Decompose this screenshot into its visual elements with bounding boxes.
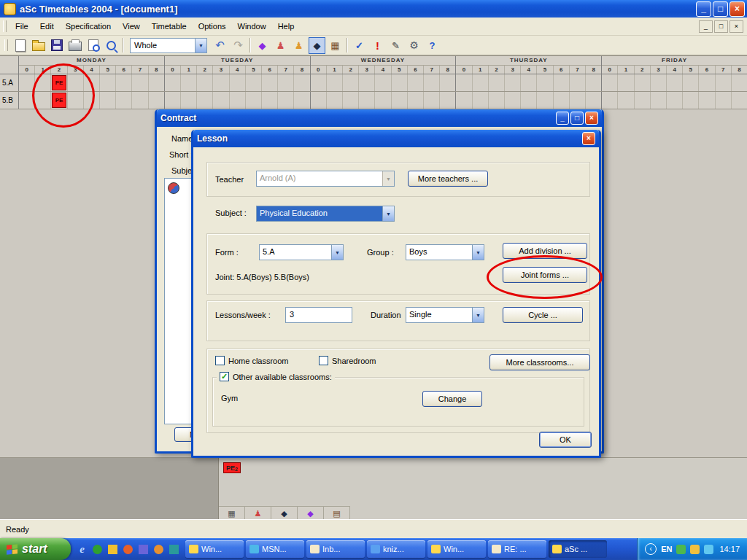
- form-select[interactable]: 5.A ▼: [259, 244, 344, 260]
- timetable-cell[interactable]: [537, 74, 553, 91]
- timetable-cell[interactable]: [570, 92, 586, 109]
- timetable-cell[interactable]: [68, 92, 84, 109]
- taskbar-clock[interactable]: 14:17: [719, 545, 740, 553]
- timetable-cell[interactable]: [181, 74, 197, 91]
- timetable-cell[interactable]: [375, 74, 391, 91]
- cycle-button[interactable]: Cycle ...: [503, 307, 583, 323]
- contract-maximize-button[interactable]: □: [570, 112, 584, 125]
- taskbar-button[interactable]: RE: ...: [488, 540, 546, 558]
- tray-icon-3[interactable]: [704, 545, 713, 554]
- timetable-cell[interactable]: [197, 92, 213, 109]
- mdi-minimize-icon[interactable]: _: [699, 20, 713, 33]
- save-button[interactable]: [48, 37, 65, 54]
- timetable-cell[interactable]: [165, 74, 181, 91]
- joint-forms-button[interactable]: Joint forms ...: [503, 267, 587, 283]
- timetable-cell[interactable]: [732, 74, 747, 91]
- timetable-cell[interactable]: [197, 74, 213, 91]
- timetable-cell[interactable]: [473, 74, 489, 91]
- tray-icon-1[interactable]: [676, 545, 686, 554]
- lesson-chip[interactable]: PE: [52, 75, 66, 90]
- timetable-cell[interactable]: [278, 74, 294, 91]
- unplaced-lesson-card[interactable]: PE 2: [223, 462, 241, 473]
- contract-minimize-button[interactable]: _: [556, 112, 569, 125]
- timetable-cell[interactable]: [716, 74, 732, 91]
- taskbar-button[interactable]: aSc ...: [549, 540, 607, 558]
- timetable-cell[interactable]: [618, 74, 634, 91]
- timetable-cell[interactable]: [311, 74, 327, 91]
- timetable-cell[interactable]: [505, 92, 521, 109]
- timetable-cell[interactable]: [294, 74, 309, 91]
- timetable-cell[interactable]: [19, 92, 35, 109]
- new-document-button[interactable]: [12, 37, 28, 54]
- timetable-cell[interactable]: [521, 74, 537, 91]
- quick-launch-icon-4[interactable]: [122, 543, 134, 556]
- menu-item-edit[interactable]: Edit: [34, 19, 60, 34]
- lessons-tab[interactable]: ◆: [298, 507, 324, 520]
- timetable-cell[interactable]: [456, 74, 472, 91]
- timetable-cell[interactable]: [327, 92, 343, 109]
- timetable-cell[interactable]: [570, 74, 586, 91]
- mdi-close-icon[interactable]: ×: [729, 20, 743, 33]
- timetable-cell[interactable]: [683, 74, 699, 91]
- timetable-cell[interactable]: [116, 92, 132, 109]
- contract-dialog-titlebar[interactable]: Contract _ □ ×: [157, 109, 602, 127]
- timetable-cell[interactable]: [359, 74, 375, 91]
- menu-item-window[interactable]: Window: [232, 19, 272, 34]
- timetable-cell[interactable]: [554, 92, 570, 109]
- timetable-cell[interactable]: [19, 74, 35, 91]
- timetable-cell[interactable]: [602, 92, 618, 109]
- timetable-cell[interactable]: [554, 74, 570, 91]
- timetable-cell[interactable]: [440, 92, 455, 109]
- menu-item-options[interactable]: Options: [193, 19, 232, 34]
- timetable-cell[interactable]: [699, 74, 715, 91]
- language-indicator[interactable]: EN: [661, 545, 672, 553]
- generate-button[interactable]: ⚙: [406, 37, 422, 54]
- taskbar-button[interactable]: MSN...: [246, 540, 304, 558]
- lesson-dialog-titlebar[interactable]: Lesson ×: [193, 130, 599, 147]
- internet-explorer-icon[interactable]: e: [76, 543, 88, 556]
- contract-close-button[interactable]: ×: [585, 112, 598, 125]
- teachers-button[interactable]: ♟: [272, 37, 289, 54]
- mdi-restore-icon[interactable]: □: [714, 20, 728, 33]
- timetable-cell[interactable]: [651, 92, 667, 109]
- menu-item-specification[interactable]: Specification: [60, 19, 117, 34]
- timetable-cell[interactable]: [440, 74, 455, 91]
- hide-icons-chevron-icon[interactable]: ‹: [645, 543, 657, 555]
- app-titlebar[interactable]: aSc Timetables 2004 - [document1] _ □ ×: [0, 0, 747, 18]
- timetable-cell[interactable]: [489, 74, 505, 91]
- print-button[interactable]: [66, 37, 83, 54]
- timetable-cell[interactable]: [424, 92, 440, 109]
- timetable-cell[interactable]: [35, 74, 51, 91]
- menu-item-file[interactable]: File: [9, 19, 34, 34]
- classrooms-button[interactable]: ▦: [327, 37, 344, 54]
- quick-launch-icon-6[interactable]: [152, 543, 165, 556]
- timetable-cell[interactable]: [327, 74, 343, 91]
- quick-launch-icon-5[interactable]: [137, 543, 150, 556]
- timetable-cell[interactable]: [84, 92, 100, 109]
- undo-button[interactable]: ↶: [212, 37, 228, 54]
- timetable-cell[interactable]: [586, 74, 601, 91]
- timetable-cell[interactable]: PE: [51, 92, 67, 109]
- menu-item-timetable[interactable]: Timetable: [146, 19, 193, 34]
- timetable-cell[interactable]: [230, 92, 246, 109]
- zoom-button[interactable]: [103, 37, 120, 54]
- classes-button[interactable]: ♟: [290, 37, 307, 54]
- lessons-button[interactable]: ◆: [254, 37, 271, 54]
- timetable-cell[interactable]: [165, 92, 181, 109]
- timetable-cell[interactable]: [100, 74, 116, 91]
- quick-launch-icon-3[interactable]: [107, 543, 119, 556]
- timetable-cell[interactable]: [294, 92, 309, 109]
- timetable-cell[interactable]: [456, 92, 472, 109]
- timetable-cell[interactable]: [602, 74, 618, 91]
- open-button[interactable]: [30, 37, 47, 54]
- timetable-cell[interactable]: [230, 74, 246, 91]
- timetable-cell[interactable]: [278, 92, 294, 109]
- timetable-cell[interactable]: [246, 74, 262, 91]
- timetable-cell[interactable]: [521, 92, 537, 109]
- timetable-cell[interactable]: [181, 92, 197, 109]
- timetable-cell[interactable]: [618, 92, 634, 109]
- timetable-cell[interactable]: [392, 92, 408, 109]
- timetable-cell[interactable]: [473, 92, 489, 109]
- summary-tab[interactable]: ▦: [219, 507, 245, 520]
- maximize-button[interactable]: □: [713, 1, 728, 17]
